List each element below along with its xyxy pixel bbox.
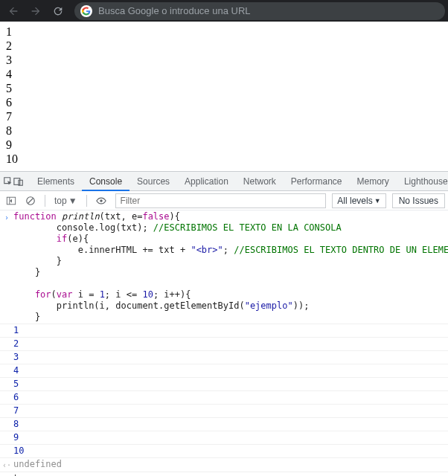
page-line: 6 [6, 95, 442, 109]
devtools-tabbar: Elements Console Sources Application Net… [0, 172, 448, 191]
back-button[interactable] [3, 1, 24, 22]
page-line: 7 [6, 109, 442, 123]
address-bar[interactable]: Busca Google o introduce una URL [74, 2, 445, 20]
reload-button[interactable] [48, 1, 68, 22]
inspect-button[interactable] [3, 172, 13, 191]
arrow-right-icon [30, 5, 42, 17]
page-line: 5 [6, 81, 442, 95]
arrow-left-icon [7, 5, 19, 17]
console-log-row: 6 [0, 391, 448, 405]
sidebar-toggle-button[interactable] [3, 193, 19, 209]
eye-icon [96, 196, 106, 206]
forward-button[interactable] [25, 1, 46, 22]
input-chevron-icon: › [0, 473, 13, 476]
console-log-row: 7 [0, 405, 448, 418]
tab-lighthouse[interactable]: Lighthouse [397, 172, 448, 191]
google-icon [80, 5, 92, 17]
svg-line-5 [28, 198, 33, 203]
log-levels-selector[interactable]: All levels ▼ [332, 193, 385, 208]
console-log-row: 5 [0, 378, 448, 391]
console-log-row: 4 [0, 364, 448, 378]
devtools-panel: Elements Console Sources Application Net… [0, 171, 448, 476]
console-log-row: 8 [0, 418, 448, 431]
console-code: function println(txt, e=false){ console.… [13, 211, 448, 323]
reload-icon [52, 5, 64, 17]
page-line: 4 [6, 67, 442, 81]
clear-console-button[interactable] [22, 193, 39, 209]
chevron-down-icon: ▼ [68, 196, 77, 206]
console-toolbar: top ▼ All levels ▼ No Issues [0, 191, 448, 210]
tab-application[interactable]: Application [177, 172, 236, 191]
console-log-row: 2 [0, 338, 448, 351]
inspect-icon [3, 176, 13, 187]
console-prompt[interactable] [13, 473, 448, 476]
device-icon [13, 176, 24, 187]
console-log-row: 1 [0, 324, 448, 338]
device-toggle-button[interactable] [13, 172, 24, 191]
page-line: 3 [6, 53, 442, 67]
page-line: 1 [6, 25, 442, 39]
console-output-area[interactable]: › function println(txt, e=false){ consol… [0, 210, 448, 476]
console-log-row: 10 [0, 445, 448, 458]
chevron-down-icon: ▼ [374, 197, 381, 205]
live-expression-button[interactable] [93, 193, 109, 209]
result-chevron-icon: ‹· [0, 459, 13, 471]
page-line: 2 [6, 39, 442, 53]
console-log-row: 3 [0, 351, 448, 364]
console-prompt-row[interactable]: › [0, 472, 448, 476]
page-line: 10 [6, 152, 442, 166]
page-line: 8 [6, 123, 442, 138]
separator [86, 195, 87, 207]
clear-icon [25, 196, 36, 206]
separator [45, 195, 45, 207]
browser-toolbar: Busca Google o introduce una URL [0, 0, 448, 22]
page-body: 1 2 3 4 5 6 7 8 9 10 [0, 22, 448, 171]
context-selector[interactable]: top ▼ [51, 196, 80, 206]
tab-memory[interactable]: Memory [350, 172, 397, 191]
input-chevron-icon: › [0, 211, 13, 323]
console-input-block: › function println(txt, e=false){ consol… [0, 210, 448, 324]
svg-rect-0 [14, 178, 20, 184]
tab-console[interactable]: Console [82, 172, 129, 191]
issues-button[interactable]: No Issues [392, 193, 445, 208]
page-line: 9 [6, 138, 442, 152]
tab-elements[interactable]: Elements [30, 172, 82, 191]
filter-input[interactable] [115, 193, 327, 208]
svg-point-6 [100, 199, 103, 202]
sidebar-icon [6, 196, 16, 206]
tab-network[interactable]: Network [236, 172, 284, 191]
console-log-row: 9 [0, 431, 448, 445]
console-result-row: ‹· undefined [0, 458, 448, 472]
tab-sources[interactable]: Sources [129, 172, 177, 191]
tab-performance[interactable]: Performance [284, 172, 350, 191]
omnibox-placeholder: Busca Google o introduce una URL [98, 5, 251, 16]
